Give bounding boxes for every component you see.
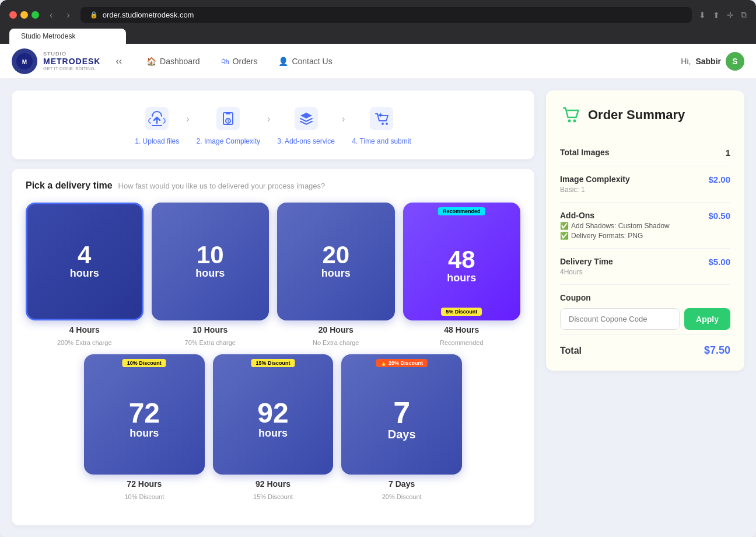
step-upload[interactable]: 1. Upload files xyxy=(135,104,179,145)
stepper-card: 1. Upload files › 2. Image Compl xyxy=(12,90,534,159)
time-option-7d[interactable]: 🔥 20% Discount 7 Days 7 Days 20% Discoun… xyxy=(341,354,462,501)
discount-badge-92h: 15% Discount xyxy=(251,359,295,367)
nav-orders-label: Orders xyxy=(233,57,258,66)
delivery-title: Pick a delivery time xyxy=(26,180,113,191)
nav-dashboard-label: Dashboard xyxy=(160,57,200,66)
time-72h-sublabel: 10% Discount xyxy=(124,493,164,500)
left-panel: 1. Upload files › 2. Image Compl xyxy=(12,90,534,525)
browser-chrome: ‹ › 🔒 order.studiometrodesk.com ⬇ ⬆ ✛ ⧉ … xyxy=(0,0,756,44)
nav-links: 🏠 Dashboard 🛍 Orders 👤 Contact Us xyxy=(137,52,669,71)
logo-studio: STUDIO xyxy=(43,51,100,57)
traffic-lights xyxy=(9,11,39,19)
time-10h-unit: hours xyxy=(195,267,225,280)
time-10h-sublabel: 70% Extra charge xyxy=(185,339,236,346)
time-7d-label: 7 Days xyxy=(388,479,415,489)
nav-dashboard[interactable]: 🏠 Dashboard xyxy=(137,52,209,71)
nav-contact[interactable]: 👤 Contact Us xyxy=(269,52,341,71)
address-bar[interactable]: 🔒 order.studiometrodesk.com xyxy=(80,7,692,23)
logo-text: STUDIO METRODESK GET IT DONE. EDITING. xyxy=(43,51,100,71)
coupon-section: Coupon Apply xyxy=(560,285,730,330)
coupon-row: Apply xyxy=(560,308,730,330)
check-icon-2: ✅ xyxy=(560,232,569,240)
top-nav: M STUDIO METRODESK GET IT DONE. EDITING.… xyxy=(0,44,756,79)
svg-point-8 xyxy=(382,123,384,125)
layers-icon xyxy=(292,104,320,132)
delivery-label: Delivery Time xyxy=(560,257,613,266)
step-complexity[interactable]: 2. Image Complexity xyxy=(197,104,260,145)
summary-row-complexity: Image Complexity Basic: 1 $2.00 xyxy=(560,166,730,203)
step-submit[interactable]: 4. Time and submit xyxy=(352,104,411,145)
time-7d-sublabel: 20% Discount xyxy=(382,493,422,500)
delivery-card: Pick a delivery time How fast would you … xyxy=(12,169,534,525)
clipboard-icon xyxy=(214,104,242,132)
logo[interactable]: M STUDIO METRODESK GET IT DONE. EDITING. xyxy=(12,48,100,74)
copy-button[interactable]: ⧉ xyxy=(741,10,747,20)
close-button[interactable] xyxy=(9,11,17,19)
summary-row-delivery: Delivery Time 4Hours $5.00 xyxy=(560,249,730,285)
summary-title: Order Summary xyxy=(588,107,685,123)
total-value: $7.50 xyxy=(704,344,730,357)
user-area: Hi, Sabbir S xyxy=(681,52,744,71)
time-48h-num: 48 xyxy=(448,247,475,272)
step-arrow-1: › xyxy=(186,114,189,124)
home-icon: 🏠 xyxy=(146,57,156,66)
time-card-92h[interactable]: 15% Discount 92 hours xyxy=(213,354,334,475)
time-4h-sublabel: 200% Extra charge xyxy=(57,339,112,346)
complexity-value: $2.00 xyxy=(708,175,730,184)
discount-badge-7d: 🔥 20% Discount xyxy=(376,359,428,367)
svg-point-11 xyxy=(568,120,571,123)
addon-formats-label: Delivery Formats: PNG xyxy=(571,232,643,240)
time-48h-sublabel: Recommended xyxy=(440,339,484,346)
collapse-sidebar-button[interactable]: ‹‹ xyxy=(112,53,125,70)
add-tab-button[interactable]: ✛ xyxy=(727,11,734,20)
back-button[interactable]: ‹ xyxy=(46,8,56,23)
coupon-input[interactable] xyxy=(560,308,680,330)
time-option-20h[interactable]: 20 hours 20 Hours No Extra charge xyxy=(277,203,395,346)
time-card-20h[interactable]: 20 hours xyxy=(277,203,395,320)
nav-contact-label: Contact Us xyxy=(292,57,332,66)
apply-button[interactable]: Apply xyxy=(684,308,730,330)
images-value: 1 xyxy=(726,148,730,158)
time-card-7d[interactable]: 🔥 20% Discount 7 Days xyxy=(341,354,462,475)
discount-badge-48h: 5% Discount xyxy=(441,308,482,316)
nav-orders[interactable]: 🛍 Orders xyxy=(212,52,267,71)
order-summary-card: Order Summary Total Images 1 Image Compl… xyxy=(546,90,744,371)
time-4h-label: 4 Hours xyxy=(69,325,100,334)
addons-label: Add-Ons xyxy=(560,211,670,220)
user-greeting: Hi, xyxy=(681,57,691,66)
time-4h-num: 4 xyxy=(78,243,91,267)
bag-icon: 🛍 xyxy=(221,57,229,66)
logo-tagline: GET IT DONE. EDITING. xyxy=(43,66,100,71)
time-10h-label: 10 Hours xyxy=(192,325,228,334)
upload-icon xyxy=(143,104,171,132)
active-tab[interactable]: Studio Metrodesk xyxy=(9,29,126,44)
maximize-button[interactable] xyxy=(32,11,39,19)
time-card-48h[interactable]: Recommended 48 hours 5% Discount xyxy=(403,203,521,320)
step-arrow-3: › xyxy=(342,114,345,124)
time-option-72h[interactable]: 10% Discount 72 hours 72 Hours 10% Disco… xyxy=(84,354,205,501)
step-complexity-label: 2. Image Complexity xyxy=(197,137,260,145)
download-button[interactable]: ⬇ xyxy=(699,11,706,20)
time-option-4h[interactable]: 4 hours 4 Hours 200% Extra charge xyxy=(26,203,144,346)
avatar[interactable]: S xyxy=(726,52,744,71)
addon-shadows-label: Add Shadows: Custom Shadow xyxy=(571,222,670,230)
step-addons-label: 3. Add-ons service xyxy=(277,137,335,145)
time-92h-num: 92 xyxy=(257,399,288,427)
time-92h-unit: hours xyxy=(258,427,288,440)
cart-icon xyxy=(368,104,396,132)
complexity-sublabel: Basic: 1 xyxy=(560,186,630,194)
delivery-header: Pick a delivery time How fast would you … xyxy=(26,180,520,191)
time-option-10h[interactable]: 10 hours 10 Hours 70% Extra charge xyxy=(152,203,270,346)
time-card-10h[interactable]: 10 hours xyxy=(152,203,270,320)
time-card-4h[interactable]: 4 hours xyxy=(26,203,144,320)
step-addons[interactable]: 3. Add-ons service xyxy=(277,104,335,145)
share-button[interactable]: ⬆ xyxy=(713,11,720,20)
minimize-button[interactable] xyxy=(20,11,28,19)
forward-button[interactable]: › xyxy=(63,8,73,23)
check-icon-1: ✅ xyxy=(560,222,569,230)
time-card-72h[interactable]: 10% Discount 72 hours xyxy=(84,354,205,475)
time-option-48h[interactable]: Recommended 48 hours 5% Discount 48 Hour… xyxy=(403,203,521,346)
time-option-92h[interactable]: 15% Discount 92 hours 92 Hours 15% Disco… xyxy=(213,354,334,501)
svg-point-12 xyxy=(573,120,576,123)
time-48h-unit: hours xyxy=(447,272,476,284)
